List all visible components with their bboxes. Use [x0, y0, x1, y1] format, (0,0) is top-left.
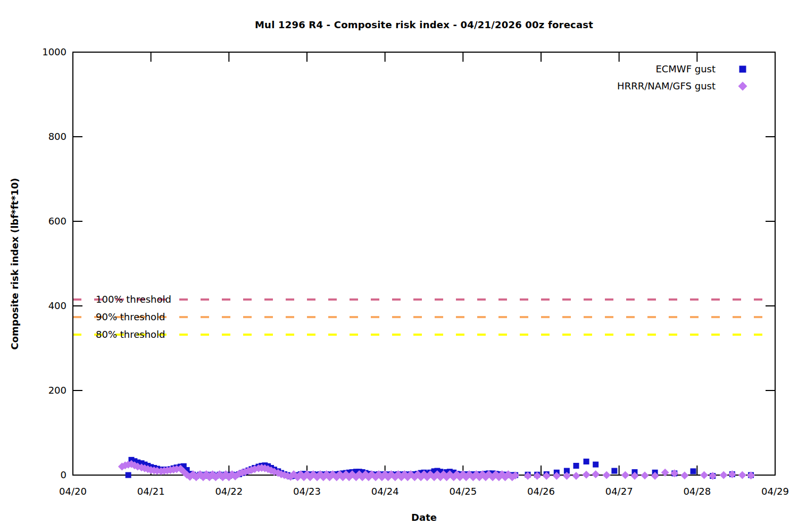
threshold-label: 90% threshold: [96, 311, 165, 322]
data-point-hrrr: [720, 471, 728, 479]
y-tick-label: 600: [48, 215, 66, 227]
x-tick-label: 04/29: [761, 486, 789, 497]
data-point-ecmwf: [573, 463, 579, 469]
x-tick-label: 04/21: [137, 486, 165, 497]
x-tick-label: 04/24: [371, 486, 399, 497]
x-tick-label: 04/26: [527, 486, 555, 497]
y-tick-label: 200: [48, 385, 66, 396]
data-point-hrrr: [641, 471, 649, 479]
legend-label: ECMWF gust: [655, 63, 716, 74]
data-point-hrrr: [680, 471, 688, 479]
threshold-label: 80% threshold: [96, 329, 165, 340]
data-point-ecmwf: [126, 472, 131, 478]
plot-border: [73, 52, 775, 475]
chart-canvas: 0200400600800100004/2004/2104/2204/2304/…: [0, 0, 798, 532]
data-point-ecmwf: [584, 459, 589, 464]
data-point-hrrr: [738, 471, 746, 479]
y-tick-label: 800: [48, 131, 66, 142]
x-tick-label: 04/23: [293, 486, 321, 497]
data-point-ecmwf: [593, 462, 598, 468]
x-tick-label: 04/28: [683, 486, 711, 497]
y-tick-label: 400: [48, 300, 66, 311]
data-point-hrrr: [572, 472, 580, 480]
x-tick-label: 04/27: [605, 486, 633, 497]
data-point-hrrr: [603, 471, 611, 479]
legend-marker-ecmwf: [739, 66, 746, 73]
y-tick-label: 1000: [42, 46, 66, 57]
data-point-ecmwf: [611, 468, 617, 474]
x-tick-label: 04/25: [449, 486, 477, 497]
y-tick-label: 0: [61, 469, 66, 480]
data-point-hrrr: [621, 471, 629, 479]
data-point-ecmwf: [691, 468, 696, 474]
composite-risk-chart: Mul 1296 R4 - Composite risk index - 04/…: [0, 0, 798, 532]
threshold-label: 100% threshold: [96, 294, 171, 305]
x-axis-title: Date: [73, 512, 775, 523]
data-point-hrrr: [592, 470, 600, 478]
legend-label: HRRR/NAM/GFS gust: [617, 80, 716, 92]
legend-marker-hrrr: [738, 82, 747, 91]
x-tick-label: 04/22: [215, 486, 243, 497]
data-point-hrrr: [583, 471, 591, 479]
data-point-hrrr: [700, 471, 708, 479]
x-tick-label: 04/20: [59, 486, 87, 497]
y-axis-title: Composite risk index (lbf*ft*10): [9, 157, 25, 370]
